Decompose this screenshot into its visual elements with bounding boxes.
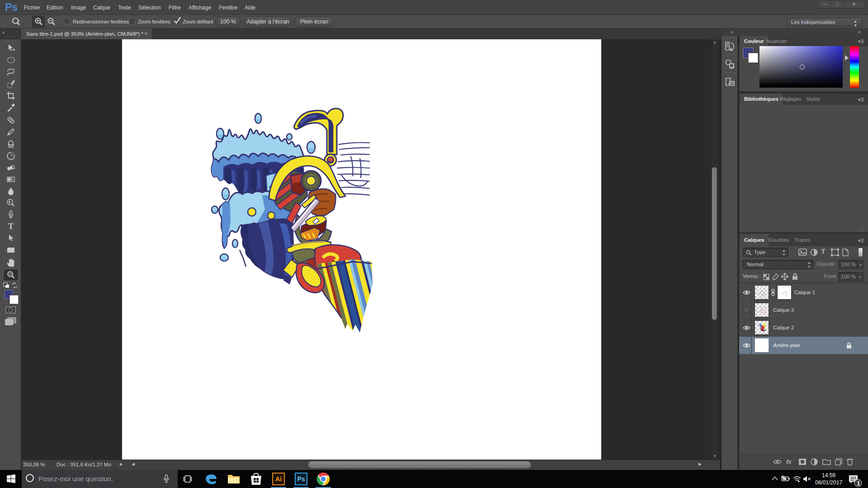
svg-text:1: 1 <box>857 480 860 487</box>
svg-text:T: T <box>8 222 14 231</box>
